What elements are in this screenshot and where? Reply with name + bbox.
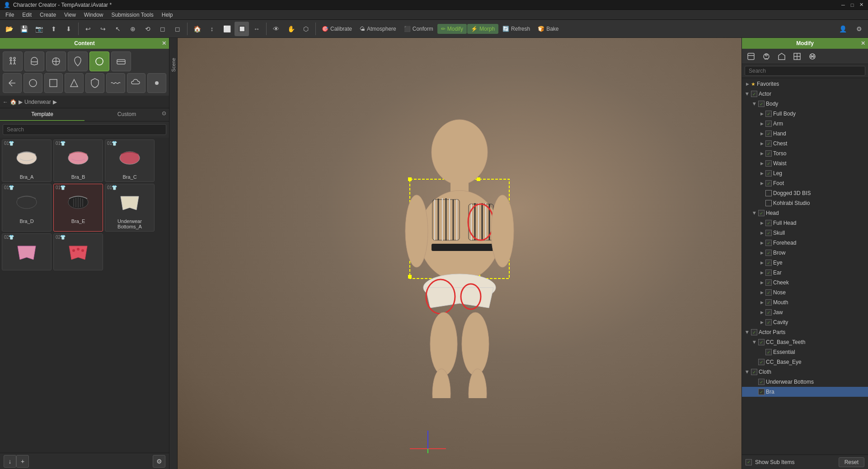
tab-custom[interactable]: Custom bbox=[84, 108, 169, 121]
toolbar-node-btn[interactable]: ◻ bbox=[170, 22, 185, 36]
tree-kohlrabi[interactable]: ▶ Kohlrabi Studio bbox=[742, 198, 868, 208]
tree-brow[interactable]: ▶ ✓ Brow bbox=[742, 248, 868, 258]
tree-actor-parts[interactable]: ▶ ✓ Actor Parts bbox=[742, 327, 868, 337]
footer-down-btn[interactable]: ↓ bbox=[4, 455, 16, 468]
icon-hair[interactable] bbox=[24, 51, 44, 71]
tree-body[interactable]: ▶ ✓ Body bbox=[742, 99, 868, 109]
rp-tool-3[interactable] bbox=[774, 49, 789, 64]
menu-submission-tools[interactable]: Submission Tools bbox=[108, 11, 157, 19]
rp-tool-1[interactable] bbox=[744, 49, 758, 64]
cheek-checkbox[interactable]: ✓ bbox=[765, 279, 772, 286]
refresh-button[interactable]: 🔄 Refresh bbox=[499, 24, 534, 34]
bake-button[interactable]: 🍞 Bake bbox=[534, 24, 562, 34]
toolbar-wireframe-btn[interactable]: 🔲 bbox=[235, 22, 249, 36]
arm-checkbox[interactable]: ✓ bbox=[765, 121, 772, 127]
toolbar-undo-btn[interactable]: ↩ bbox=[81, 22, 95, 36]
toolbar-person-btn[interactable]: 👤 bbox=[835, 22, 850, 36]
toolbar-eye-btn[interactable]: 👁 bbox=[269, 22, 283, 36]
icon-cloud[interactable] bbox=[127, 73, 146, 93]
tree-bra[interactable]: ▶ ✓ Bra bbox=[742, 387, 868, 397]
torso-checkbox[interactable]: ✓ bbox=[765, 150, 772, 157]
tree-arm[interactable]: ▶ ✓ Arm bbox=[742, 119, 868, 129]
item-8[interactable]: 02 👕 bbox=[53, 233, 103, 270]
tree-full-body[interactable]: ▶ ✓ Full Body bbox=[742, 109, 868, 119]
toolbar-import-btn[interactable]: ⬇ bbox=[61, 22, 76, 36]
underwear-bottoms-checkbox[interactable]: ✓ bbox=[758, 379, 765, 385]
head-checkbox[interactable]: ✓ bbox=[758, 210, 765, 216]
tree-skull[interactable]: ▶ ✓ Skull bbox=[742, 228, 868, 238]
tree-full-head[interactable]: ▶ ✓ Full Head bbox=[742, 218, 868, 228]
skull-checkbox[interactable]: ✓ bbox=[765, 230, 772, 236]
tree-jaw[interactable]: ▶ ✓ Jaw bbox=[742, 307, 868, 317]
jaw-checkbox[interactable]: ✓ bbox=[765, 309, 772, 316]
icon-rect[interactable] bbox=[44, 73, 63, 93]
ear-checkbox[interactable]: ✓ bbox=[765, 269, 772, 276]
rp-tool-5[interactable] bbox=[805, 49, 820, 64]
toolbar-hand-btn[interactable]: ✋ bbox=[284, 22, 298, 36]
breadcrumb-underwear[interactable]: Underwear bbox=[24, 99, 51, 105]
tree-foot[interactable]: ▶ ✓ Foot bbox=[742, 178, 868, 188]
tree-eye[interactable]: ▶ ✓ Eye bbox=[742, 258, 868, 268]
full-body-checkbox[interactable]: ✓ bbox=[765, 111, 772, 117]
brow-checkbox[interactable]: ✓ bbox=[765, 250, 772, 256]
kohlrabi-checkbox[interactable] bbox=[765, 200, 772, 206]
modify-button[interactable]: ✏ Modify bbox=[437, 24, 467, 34]
tree-cheek[interactable]: ▶ ✓ Cheek bbox=[742, 278, 868, 288]
icon-shoes[interactable] bbox=[111, 51, 131, 71]
tree-mouth[interactable]: ▶ ✓ Mouth bbox=[742, 297, 868, 307]
forehead-checkbox[interactable]: ✓ bbox=[765, 240, 772, 246]
calibrate-button[interactable]: 🎯 Calibrate bbox=[318, 24, 356, 34]
toolbar-transform-btn[interactable]: ⊕ bbox=[126, 22, 140, 36]
maximize-button[interactable]: □ bbox=[849, 2, 855, 8]
toolbar-settings-btn[interactable]: ⚙ bbox=[852, 22, 866, 36]
tree-cc-base-teeth[interactable]: ▶ ✓ CC_Base_Teeth bbox=[742, 337, 868, 347]
tree-head[interactable]: ▶ ✓ Head bbox=[742, 208, 868, 218]
tree-waist[interactable]: ▶ ✓ Waist bbox=[742, 158, 868, 168]
tree-nose[interactable]: ▶ ✓ Nose bbox=[742, 288, 868, 297]
tree-torso[interactable]: ▶ ✓ Torso bbox=[742, 149, 868, 158]
tree-hand[interactable]: ▶ ✓ Hand bbox=[742, 129, 868, 139]
item-underwear-bottoms-a[interactable]: 01 👕 Underwear Bottoms_A bbox=[105, 184, 155, 232]
search-input[interactable] bbox=[3, 124, 166, 135]
right-panel-close[interactable]: ✕ bbox=[861, 40, 865, 46]
cloth-checkbox[interactable]: ✓ bbox=[751, 369, 757, 375]
chest-checkbox[interactable]: ✓ bbox=[765, 140, 772, 147]
toolbar-save-btn[interactable]: 💾 bbox=[17, 22, 31, 36]
close-button[interactable]: ✕ bbox=[858, 2, 864, 8]
icon-figures[interactable] bbox=[3, 51, 23, 71]
toolbar-export-btn[interactable]: ⬆ bbox=[47, 22, 61, 36]
eye-base-checkbox[interactable]: ✓ bbox=[758, 359, 765, 365]
menu-edit[interactable]: Edit bbox=[19, 11, 35, 19]
tree-cc-base-eye[interactable]: ▶ ✓ CC_Base_Eye bbox=[742, 357, 868, 367]
menu-file[interactable]: File bbox=[2, 11, 18, 19]
tree-chest[interactable]: ▶ ✓ Chest bbox=[742, 139, 868, 149]
icon-triangle[interactable] bbox=[65, 73, 84, 93]
minimize-button[interactable]: ─ bbox=[840, 2, 846, 8]
icon-cloth[interactable] bbox=[46, 51, 66, 71]
viewport[interactable] bbox=[178, 38, 741, 469]
icon-circle[interactable] bbox=[23, 73, 42, 93]
tree-dogged[interactable]: ▶ Dogged 3D BIS bbox=[742, 188, 868, 198]
tab-template[interactable]: Template bbox=[0, 108, 84, 121]
body-checkbox[interactable]: ✓ bbox=[758, 101, 765, 107]
breadcrumb-home[interactable]: 🏠 bbox=[10, 99, 17, 105]
scene-tab-label[interactable]: Scene bbox=[169, 56, 178, 74]
atmosphere-button[interactable]: 🌤 Atmosphere bbox=[356, 24, 400, 34]
breadcrumb-back[interactable]: ← bbox=[3, 99, 8, 105]
tree-forehead[interactable]: ▶ ✓ Forehead bbox=[742, 238, 868, 248]
dogged-checkbox[interactable] bbox=[765, 190, 772, 196]
toolbar-grid-btn[interactable]: ↔ bbox=[249, 22, 264, 36]
bra-checkbox[interactable]: ✓ bbox=[758, 389, 765, 395]
item-bra-b[interactable]: 01 👕 Bra_B bbox=[53, 139, 103, 182]
left-panel-close[interactable]: ✕ bbox=[162, 40, 166, 46]
toolbar-frame-btn[interactable]: ↕ bbox=[205, 22, 219, 36]
toolbar-bbox-btn[interactable]: ⬜ bbox=[220, 22, 234, 36]
rp-tool-2[interactable] bbox=[759, 49, 774, 64]
item-bra-c[interactable]: 01 👕 Bra_C bbox=[105, 139, 155, 182]
toolbar-select-btn[interactable]: ↖ bbox=[111, 22, 125, 36]
rp-tool-4[interactable] bbox=[790, 49, 804, 64]
mouth-checkbox[interactable]: ✓ bbox=[765, 299, 772, 306]
menu-view[interactable]: View bbox=[61, 11, 80, 19]
toolbar-open-btn[interactable]: 📂 bbox=[2, 22, 16, 36]
toolbar-rotate-btn[interactable]: ⟲ bbox=[141, 22, 155, 36]
